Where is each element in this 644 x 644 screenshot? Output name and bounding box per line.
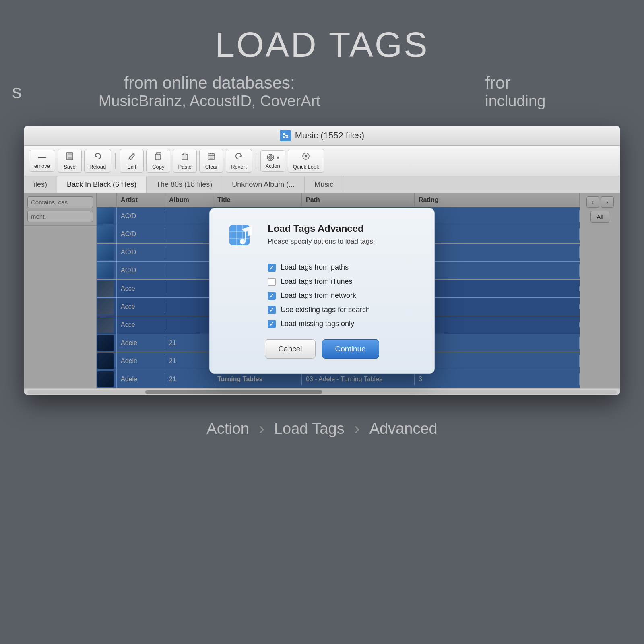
action-button[interactable]: ▾ Action — [260, 150, 285, 172]
modal-dialog: Load Tags Advanced Please specify option… — [209, 208, 435, 374]
svg-rect-1 — [283, 133, 285, 134]
svg-point-28 — [271, 158, 272, 159]
breadcrumb-sep-2: › — [354, 419, 360, 438]
modal-option-missing: ✓ Load missing tags only — [268, 320, 417, 328]
tab-files[interactable]: iles) — [24, 176, 57, 193]
modal-overlay: Load Tags Advanced Please specify option… — [24, 193, 620, 388]
subtitle-right-line2: including — [485, 93, 545, 110]
action-label: Action — [266, 163, 280, 169]
modal-header: Load Tags Advanced Please specify option… — [227, 223, 417, 255]
subtitle-line2: MusicBrainz, AcoustID, CoverArt — [99, 93, 320, 110]
breadcrumb-advanced: Advanced — [369, 420, 438, 438]
modal-options: ✓ Load tags from paths Load tags from iT… — [268, 263, 417, 328]
tab-back-in-black[interactable]: Back In Black (6 files) — [57, 176, 147, 193]
clear-label: Clear — [205, 164, 218, 170]
copy-button[interactable]: Copy — [146, 149, 170, 173]
subtitle-line1: from online databases: — [99, 73, 320, 93]
svg-point-33 — [270, 155, 271, 156]
svg-line-12 — [128, 158, 129, 159]
svg-rect-17 — [208, 154, 215, 159]
modal-icon — [227, 223, 260, 255]
toolbar: — emove Save Reload — [24, 146, 620, 176]
breadcrumb-sep-1: › — [259, 419, 264, 438]
save-label: Save — [64, 164, 76, 170]
modal-subtitle: Please specify options to load tags: — [268, 237, 375, 246]
modal-option-paths: ✓ Load tags from paths — [268, 263, 417, 272]
top-section: LOAD TAGS s from online databases: Music… — [0, 0, 644, 126]
option-existing-label: Use existing tags for search — [281, 305, 370, 314]
modal-title: Load Tags Advanced — [268, 223, 375, 234]
svg-rect-7 — [285, 135, 288, 136]
clear-icon — [207, 152, 216, 163]
toolbar-separator-1 — [115, 153, 116, 169]
remove-button[interactable]: — emove — [29, 150, 55, 172]
remove-label: emove — [34, 163, 50, 169]
scrollbar — [24, 388, 620, 395]
option-itunes-label: Load tags from iTunes — [281, 277, 352, 286]
option-missing-label: Load missing tags only — [281, 320, 354, 328]
checkmark-network: ✓ — [269, 293, 274, 299]
option-network-label: Load tags from network — [281, 291, 356, 300]
checkmark-missing: ✓ — [269, 321, 274, 327]
svg-rect-9 — [68, 153, 72, 155]
svg-rect-16 — [184, 153, 186, 155]
reload-button[interactable]: Reload — [84, 149, 111, 173]
svg-point-35 — [305, 155, 307, 157]
checkmark-paths: ✓ — [269, 264, 274, 271]
reload-label: Reload — [89, 164, 106, 170]
checkbox-missing[interactable]: ✓ — [268, 320, 276, 328]
quick-look-button[interactable]: Quick Look — [288, 149, 324, 173]
title-bar: Music (1552 files) — [24, 126, 620, 146]
edit-button[interactable]: Edit — [120, 149, 144, 173]
continue-button[interactable]: Continue — [322, 339, 379, 359]
tab-unknown-album[interactable]: Unknown Album (... — [222, 176, 305, 193]
modal-option-existing: ✓ Use existing tags for search — [268, 305, 417, 314]
cancel-button[interactable]: Cancel — [265, 339, 315, 359]
quick-look-label: Quick Look — [293, 164, 319, 170]
checkmark-existing: ✓ — [269, 307, 274, 313]
scrollbar-thumb[interactable] — [145, 390, 322, 394]
breadcrumb-load-tags: Load Tags — [274, 420, 345, 438]
copy-label: Copy — [152, 164, 164, 170]
reload-icon — [93, 152, 102, 163]
option-paths-label: Load tags from paths — [281, 263, 349, 272]
title-bar-title: Music (1552 files) — [280, 130, 364, 141]
save-button[interactable]: Save — [58, 149, 82, 173]
breadcrumb-action: Action — [206, 420, 249, 438]
edit-icon — [127, 152, 136, 163]
subtitle-left: from online databases: MusicBrainz, Acou… — [99, 73, 320, 110]
paste-button[interactable]: Paste — [173, 149, 197, 173]
svg-marker-23 — [239, 155, 242, 157]
svg-point-3 — [283, 136, 285, 138]
checkbox-itunes[interactable] — [268, 278, 276, 286]
svg-marker-11 — [95, 155, 97, 157]
remove-icon: — — [38, 153, 46, 162]
save-icon — [65, 152, 74, 163]
quick-look-icon — [301, 152, 310, 163]
clear-button[interactable]: Clear — [199, 149, 223, 173]
paste-icon — [180, 152, 189, 163]
svg-rect-10 — [68, 157, 72, 159]
modal-option-network: ✓ Load tags from network — [268, 291, 417, 300]
svg-point-31 — [268, 157, 269, 158]
subtitle-row: s from online databases: MusicBrainz, Ac… — [0, 73, 644, 110]
music-app-icon — [280, 130, 291, 141]
checkbox-network[interactable]: ✓ — [268, 292, 276, 300]
revert-label: Revert — [231, 164, 246, 170]
revert-button[interactable]: Revert — [226, 149, 252, 173]
subtitle-right: fror including — [485, 73, 545, 110]
svg-point-27 — [272, 157, 273, 158]
tab-80s[interactable]: The 80s (18 files) — [147, 176, 222, 193]
copy-icon — [154, 152, 163, 163]
modal-title-area: Load Tags Advanced Please specify option… — [268, 223, 375, 246]
page-title: LOAD TAGS — [0, 24, 644, 65]
toolbar-separator-2 — [256, 153, 256, 169]
scrollbar-track[interactable] — [27, 390, 617, 394]
checkbox-existing[interactable]: ✓ — [268, 306, 276, 314]
modal-option-itunes: Load tags from iTunes — [268, 277, 417, 286]
tab-music[interactable]: Music — [305, 176, 343, 193]
svg-point-29 — [270, 159, 271, 160]
partial-left: s — [12, 80, 22, 103]
svg-point-32 — [269, 156, 270, 157]
checkbox-paths[interactable]: ✓ — [268, 264, 276, 272]
